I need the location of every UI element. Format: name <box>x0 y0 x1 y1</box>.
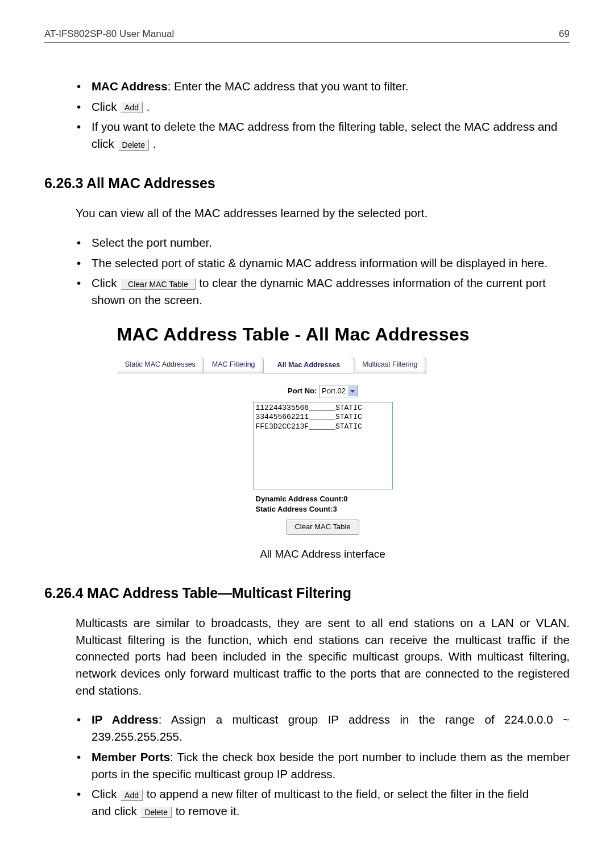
tab-mac-filtering[interactable]: MAC Filtering <box>204 356 264 373</box>
list-item: Select the port number. <box>92 234 570 251</box>
tab-panel: Port No: Port.02 112244335566______STATI… <box>117 385 529 535</box>
port-select-value: Port.02 <box>322 386 346 397</box>
chevron-down-icon <box>348 386 357 396</box>
list-item: Member Ports: Tick the check box beside … <box>92 749 570 782</box>
list-item: Click Clear MAC Table to clear the dynam… <box>92 275 570 308</box>
section-heading: 6.26.4 MAC Address Table—Multicast Filte… <box>44 583 570 603</box>
bullet-text: to clear the dynamic MAC addresses infor… <box>196 276 546 289</box>
tab-static-mac[interactable]: Static MAC Addresses <box>117 356 204 373</box>
delete-button[interactable]: Delete <box>118 139 149 151</box>
page-number: 69 <box>559 28 570 40</box>
paragraph: Multicasts are similar to broadcasts, th… <box>76 614 570 699</box>
section-heading: 6.26.3 All MAC Addresses <box>44 173 570 193</box>
list-item: Click Add to append a new filter of mult… <box>92 786 570 819</box>
bullet-term: MAC Address <box>92 80 168 93</box>
bullet-term: IP Address <box>92 713 159 726</box>
bullet-text: If you want to delete the MAC address fr… <box>92 120 557 133</box>
list-item: Click Add . <box>92 98 570 115</box>
screenshot-figure: MAC Address Table - All Mac Addresses St… <box>117 321 529 562</box>
list-item: If you want to delete the MAC address fr… <box>92 118 570 152</box>
static-count-label: Static Address Count: <box>256 505 333 513</box>
add-button[interactable]: Add <box>121 790 143 801</box>
bullet-term: Member Ports <box>92 750 170 763</box>
bullet-text: Click <box>92 100 120 113</box>
tab-multicast-filtering[interactable]: Multicast Filtering <box>354 356 426 373</box>
figure-caption: All MAC Address interface <box>117 546 529 562</box>
bullet-text: . <box>143 100 150 113</box>
add-button[interactable]: Add <box>121 102 143 113</box>
bullet-text: Click <box>92 787 120 800</box>
clear-mac-table-button[interactable]: Clear MAC Table <box>121 279 196 290</box>
dynamic-count-value: 0 <box>343 495 347 503</box>
bullet-text: to remove it. <box>172 804 240 817</box>
mac-listbox[interactable]: 112244335566______STATIC 334455662211___… <box>253 402 393 489</box>
tab-row: Static MAC Addresses MAC Filtering All M… <box>117 358 529 373</box>
bullet-text: shown on the screen. <box>92 293 202 306</box>
list-item: The selected port of static & dynamic MA… <box>92 255 570 272</box>
port-label: Port No: <box>288 387 317 395</box>
bullet-text: : Enter the MAC address that you want to… <box>168 80 409 93</box>
page-header: AT-IFS802SP-80 User Manual 69 <box>44 28 570 43</box>
figure-title: MAC Address Table - All Mac Addresses <box>117 321 529 347</box>
bullet-text: and click <box>92 804 140 817</box>
bullet-text: : Assign a multicast group IP address in… <box>92 713 570 743</box>
svg-marker-0 <box>350 390 355 393</box>
list-item: IP Address: Assign a multicast group IP … <box>92 711 570 745</box>
static-count-value: 3 <box>333 505 337 513</box>
bullet-text: click <box>92 137 118 150</box>
doc-title: AT-IFS802SP-80 User Manual <box>44 28 174 40</box>
list-item: MAC Address: Enter the MAC address that … <box>92 78 570 95</box>
dynamic-count-label: Dynamic Address Count: <box>256 495 344 503</box>
bullet-text: Click <box>92 276 120 289</box>
bullet-text: . <box>150 137 156 150</box>
bullet-text: to append a new filter of multicast to t… <box>143 787 529 800</box>
clear-mac-table-button[interactable]: Clear MAC Table <box>286 520 359 535</box>
port-select[interactable]: Port.02 <box>319 385 358 397</box>
tab-all-mac[interactable]: All Mac Addresses <box>264 356 355 373</box>
paragraph: You can view all of the MAC addresses le… <box>76 205 570 222</box>
delete-button[interactable]: Delete <box>140 807 171 818</box>
address-counts: Dynamic Address Count:0 Static Address C… <box>256 494 390 514</box>
